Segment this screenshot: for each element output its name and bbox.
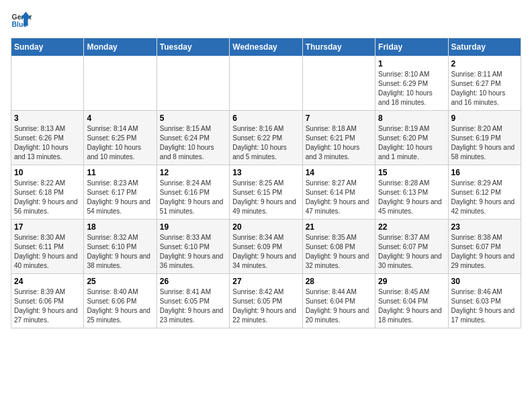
day-info: Sunrise: 8:16 AM Sunset: 6:22 PM Dayligh… xyxy=(232,124,299,162)
day-info: Sunrise: 8:44 AM Sunset: 6:04 PM Dayligh… xyxy=(306,287,372,325)
day-info: Sunrise: 8:10 AM Sunset: 6:29 PM Dayligh… xyxy=(378,70,445,107)
day-info: Sunrise: 8:22 AM Sunset: 6:18 PM Dayligh… xyxy=(14,179,81,216)
day-number: 24 xyxy=(14,277,81,286)
calendar-cell: 10Sunrise: 8:22 AM Sunset: 6:18 PM Dayli… xyxy=(11,165,84,220)
col-header-friday: Friday xyxy=(375,38,448,56)
calendar-cell: 22Sunrise: 8:37 AM Sunset: 6:07 PM Dayli… xyxy=(375,220,448,274)
day-info: Sunrise: 8:25 AM Sunset: 6:15 PM Dayligh… xyxy=(232,179,299,216)
day-number: 8 xyxy=(378,113,445,123)
calendar-cell: 5Sunrise: 8:15 AM Sunset: 6:24 PM Daylig… xyxy=(157,111,229,165)
day-number: 2 xyxy=(451,59,518,68)
day-number: 16 xyxy=(451,168,518,177)
day-info: Sunrise: 8:11 AM Sunset: 6:27 PM Dayligh… xyxy=(451,70,518,107)
calendar-cell: 17Sunrise: 8:30 AM Sunset: 6:11 PM Dayli… xyxy=(11,220,84,274)
calendar-cell: 6Sunrise: 8:16 AM Sunset: 6:22 PM Daylig… xyxy=(230,111,302,165)
day-number: 26 xyxy=(160,277,226,286)
calendar-cell: 8Sunrise: 8:19 AM Sunset: 6:20 PM Daylig… xyxy=(375,111,448,165)
calendar-cell: 4Sunrise: 8:14 AM Sunset: 6:25 PM Daylig… xyxy=(84,111,157,165)
day-number: 9 xyxy=(451,113,518,123)
calendar-cell xyxy=(84,56,157,111)
day-info: Sunrise: 8:28 AM Sunset: 6:13 PM Dayligh… xyxy=(378,179,445,216)
logo: General Blue xyxy=(11,11,32,30)
day-number: 5 xyxy=(160,113,226,123)
day-info: Sunrise: 8:13 AM Sunset: 6:26 PM Dayligh… xyxy=(14,124,81,162)
calendar-cell: 29Sunrise: 8:45 AM Sunset: 6:04 PM Dayli… xyxy=(375,274,448,328)
calendar-cell: 27Sunrise: 8:42 AM Sunset: 6:05 PM Dayli… xyxy=(230,274,302,328)
day-number: 29 xyxy=(378,277,445,286)
day-number: 17 xyxy=(14,222,81,232)
day-number: 22 xyxy=(378,222,445,232)
calendar-cell: 3Sunrise: 8:13 AM Sunset: 6:26 PM Daylig… xyxy=(11,111,84,165)
day-info: Sunrise: 8:34 AM Sunset: 6:09 PM Dayligh… xyxy=(232,233,299,271)
day-number: 28 xyxy=(306,277,372,286)
col-header-saturday: Saturday xyxy=(448,38,521,56)
calendar-cell: 2Sunrise: 8:11 AM Sunset: 6:27 PM Daylig… xyxy=(448,56,521,111)
calendar-cell: 7Sunrise: 8:18 AM Sunset: 6:21 PM Daylig… xyxy=(302,111,375,165)
day-number: 23 xyxy=(451,222,518,232)
day-info: Sunrise: 8:38 AM Sunset: 6:07 PM Dayligh… xyxy=(451,233,518,271)
day-info: Sunrise: 8:32 AM Sunset: 6:10 PM Dayligh… xyxy=(87,233,153,271)
calendar-cell: 18Sunrise: 8:32 AM Sunset: 6:10 PM Dayli… xyxy=(84,220,157,274)
calendar-cell: 15Sunrise: 8:28 AM Sunset: 6:13 PM Dayli… xyxy=(375,165,448,220)
day-number: 7 xyxy=(306,113,372,123)
day-number: 12 xyxy=(160,168,226,177)
day-number: 1 xyxy=(378,59,445,68)
day-number: 3 xyxy=(14,113,81,123)
calendar-cell: 23Sunrise: 8:38 AM Sunset: 6:07 PM Dayli… xyxy=(448,220,521,274)
day-number: 6 xyxy=(232,113,299,123)
calendar-cell xyxy=(157,56,229,111)
calendar-cell: 28Sunrise: 8:44 AM Sunset: 6:04 PM Dayli… xyxy=(302,274,375,328)
day-info: Sunrise: 8:40 AM Sunset: 6:06 PM Dayligh… xyxy=(87,287,153,325)
calendar-cell: 19Sunrise: 8:33 AM Sunset: 6:10 PM Dayli… xyxy=(157,220,229,274)
day-info: Sunrise: 8:46 AM Sunset: 6:03 PM Dayligh… xyxy=(451,287,518,325)
page-header: General Blue xyxy=(11,11,521,30)
day-info: Sunrise: 8:14 AM Sunset: 6:25 PM Dayligh… xyxy=(87,124,153,162)
day-info: Sunrise: 8:20 AM Sunset: 6:19 PM Dayligh… xyxy=(451,124,518,162)
day-number: 19 xyxy=(160,222,226,232)
calendar-cell: 13Sunrise: 8:25 AM Sunset: 6:15 PM Dayli… xyxy=(230,165,302,220)
day-info: Sunrise: 8:45 AM Sunset: 6:04 PM Dayligh… xyxy=(378,287,445,325)
day-number: 25 xyxy=(87,277,153,286)
calendar-cell: 1Sunrise: 8:10 AM Sunset: 6:29 PM Daylig… xyxy=(375,56,448,111)
day-info: Sunrise: 8:29 AM Sunset: 6:12 PM Dayligh… xyxy=(451,179,518,216)
day-info: Sunrise: 8:15 AM Sunset: 6:24 PM Dayligh… xyxy=(160,124,226,162)
calendar-cell: 14Sunrise: 8:27 AM Sunset: 6:14 PM Dayli… xyxy=(302,165,375,220)
day-number: 14 xyxy=(306,168,372,177)
calendar-cell: 11Sunrise: 8:23 AM Sunset: 6:17 PM Dayli… xyxy=(84,165,157,220)
calendar-cell: 26Sunrise: 8:41 AM Sunset: 6:05 PM Dayli… xyxy=(157,274,229,328)
calendar-cell: 25Sunrise: 8:40 AM Sunset: 6:06 PM Dayli… xyxy=(84,274,157,328)
day-info: Sunrise: 8:42 AM Sunset: 6:05 PM Dayligh… xyxy=(232,287,299,325)
calendar-cell xyxy=(302,56,375,111)
logo-icon: General Blue xyxy=(11,11,32,30)
col-header-tuesday: Tuesday xyxy=(157,38,229,56)
calendar-cell: 12Sunrise: 8:24 AM Sunset: 6:16 PM Dayli… xyxy=(157,165,229,220)
day-info: Sunrise: 8:27 AM Sunset: 6:14 PM Dayligh… xyxy=(306,179,372,216)
day-info: Sunrise: 8:18 AM Sunset: 6:21 PM Dayligh… xyxy=(306,124,372,162)
calendar-cell xyxy=(11,56,84,111)
day-info: Sunrise: 8:41 AM Sunset: 6:05 PM Dayligh… xyxy=(160,287,226,325)
calendar-cell: 20Sunrise: 8:34 AM Sunset: 6:09 PM Dayli… xyxy=(230,220,302,274)
day-number: 30 xyxy=(451,277,518,286)
calendar-cell: 21Sunrise: 8:35 AM Sunset: 6:08 PM Dayli… xyxy=(302,220,375,274)
col-header-monday: Monday xyxy=(84,38,157,56)
calendar-cell: 9Sunrise: 8:20 AM Sunset: 6:19 PM Daylig… xyxy=(448,111,521,165)
day-number: 27 xyxy=(232,277,299,286)
day-info: Sunrise: 8:23 AM Sunset: 6:17 PM Dayligh… xyxy=(87,179,153,216)
day-number: 20 xyxy=(232,222,299,232)
day-info: Sunrise: 8:39 AM Sunset: 6:06 PM Dayligh… xyxy=(14,287,81,325)
day-number: 18 xyxy=(87,222,153,232)
day-info: Sunrise: 8:30 AM Sunset: 6:11 PM Dayligh… xyxy=(14,233,81,271)
day-info: Sunrise: 8:35 AM Sunset: 6:08 PM Dayligh… xyxy=(306,233,372,271)
col-header-wednesday: Wednesday xyxy=(230,38,302,56)
day-info: Sunrise: 8:33 AM Sunset: 6:10 PM Dayligh… xyxy=(160,233,226,271)
day-number: 13 xyxy=(232,168,299,177)
day-number: 4 xyxy=(87,113,153,123)
calendar-cell xyxy=(230,56,302,111)
calendar-cell: 24Sunrise: 8:39 AM Sunset: 6:06 PM Dayli… xyxy=(11,274,84,328)
calendar-table: SundayMondayTuesdayWednesdayThursdayFrid… xyxy=(11,38,521,328)
col-header-sunday: Sunday xyxy=(11,38,84,56)
day-number: 10 xyxy=(14,168,81,177)
day-number: 11 xyxy=(87,168,153,177)
day-info: Sunrise: 8:19 AM Sunset: 6:20 PM Dayligh… xyxy=(378,124,445,162)
calendar-cell: 30Sunrise: 8:46 AM Sunset: 6:03 PM Dayli… xyxy=(448,274,521,328)
